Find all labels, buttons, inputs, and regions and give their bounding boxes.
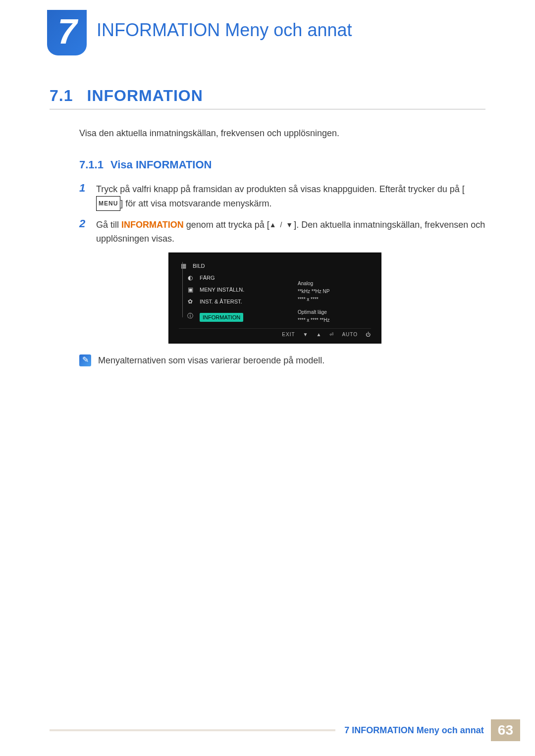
osd-info-panel: Analog **kHz **Hz NP **** x **** Optimal… <box>298 280 329 324</box>
picture-icon: ▦ <box>179 262 188 269</box>
footer-divider <box>50 729 335 731</box>
osd-tree-line <box>182 262 183 317</box>
osd-info-line: Analog <box>298 280 329 288</box>
osd-info-line: **** x **** **Hz <box>298 316 329 324</box>
chapter-number-badge: 7 <box>47 10 87 55</box>
osd-foot-auto: AUTO <box>342 332 358 337</box>
step-number: 1 <box>79 182 87 211</box>
osd-item-information-selected: ⓘINFORMATION <box>179 307 371 324</box>
osd-label: BILD <box>193 263 205 269</box>
section-heading: 7.1 INFORMATION <box>50 87 485 109</box>
color-icon: ◐ <box>186 274 195 281</box>
osd-info-line: **** x **** <box>298 296 329 303</box>
osd-foot-power-icon: ⏻ <box>366 332 371 337</box>
up-down-arrow-icon: ▲ / ▼ <box>269 218 294 232</box>
osd-item-meny: ▣MENY INSTÄLLN. <box>179 284 371 296</box>
gear-icon: ✿ <box>186 298 195 305</box>
osd-label: MENY INSTÄLLN. <box>200 287 244 293</box>
step-2: 2 Gå till INFORMATION genom att trycka p… <box>79 218 485 246</box>
osd-screenshot: ▦BILD ◐FÄRG ▣MENY INSTÄLLN. ✿INST. & ÅTE… <box>168 252 381 344</box>
step-2-text-b: genom att trycka på [ <box>184 220 269 230</box>
step-2-keyword: INFORMATION <box>121 220 184 230</box>
osd-foot-down-icon: ▼ <box>303 332 309 337</box>
note-text: Menyalternativen som visas varierar bero… <box>98 354 324 366</box>
osd-label: FÄRG <box>200 275 215 281</box>
osd-item-farg: ◐FÄRG <box>179 272 371 284</box>
step-1-text-b: ] för att visa motsvarande menyskärm. <box>120 199 271 208</box>
note-icon: ✎ <box>79 354 91 366</box>
menu-settings-icon: ▣ <box>186 286 195 293</box>
osd-label: INST. & ÅTERST. <box>200 299 242 304</box>
section-intro: Visa den aktuella inmatningskällan, frek… <box>79 128 485 139</box>
osd-item-inst: ✿INST. & ÅTERST. <box>179 296 371 307</box>
footer-page-number: 63 <box>491 719 520 741</box>
menu-key-icon: MENU <box>96 196 120 211</box>
osd-footer-bar: EXIT ▼ ▲ ⏎ AUTO ⏻ <box>179 328 371 340</box>
step-2-text-a: Gå till <box>96 220 121 230</box>
chapter-title: INFORMATION Meny och annat <box>97 20 352 41</box>
subsection-heading: 7.1.1 Visa INFORMATION <box>79 158 485 171</box>
subsection-number: 7.1.1 <box>79 158 104 171</box>
osd-selected-label: INFORMATION <box>200 313 243 322</box>
step-body: Tryck på valfri knapp på framsidan av pr… <box>96 182 485 211</box>
info-icon: ⓘ <box>186 312 195 320</box>
section-number: 7.1 <box>50 87 73 105</box>
subsection-title: Visa INFORMATION <box>110 158 212 171</box>
osd-item-bild: ▦BILD <box>179 260 371 272</box>
step-body: Gå till INFORMATION genom att trycka på … <box>96 218 485 246</box>
section-title: INFORMATION <box>87 87 203 105</box>
osd-info-line: **kHz **Hz NP <box>298 288 329 296</box>
note-block: ✎ Menyalternativen som visas varierar be… <box>79 354 485 366</box>
osd-foot-enter-icon: ⏎ <box>329 332 334 337</box>
footer-chapter-label: 7 INFORMATION Meny och annat <box>344 725 484 736</box>
osd-info-line: Optimalt läge <box>298 308 329 316</box>
step-number: 2 <box>79 218 87 246</box>
osd-foot-up-icon: ▲ <box>316 332 321 337</box>
page-footer: 7 INFORMATION Meny och annat 63 <box>50 719 520 741</box>
osd-foot-exit: EXIT <box>282 332 295 337</box>
step-1: 1 Tryck på valfri knapp på framsidan av … <box>79 182 485 211</box>
step-1-text-a: Tryck på valfri knapp på framsidan av pr… <box>96 184 465 194</box>
